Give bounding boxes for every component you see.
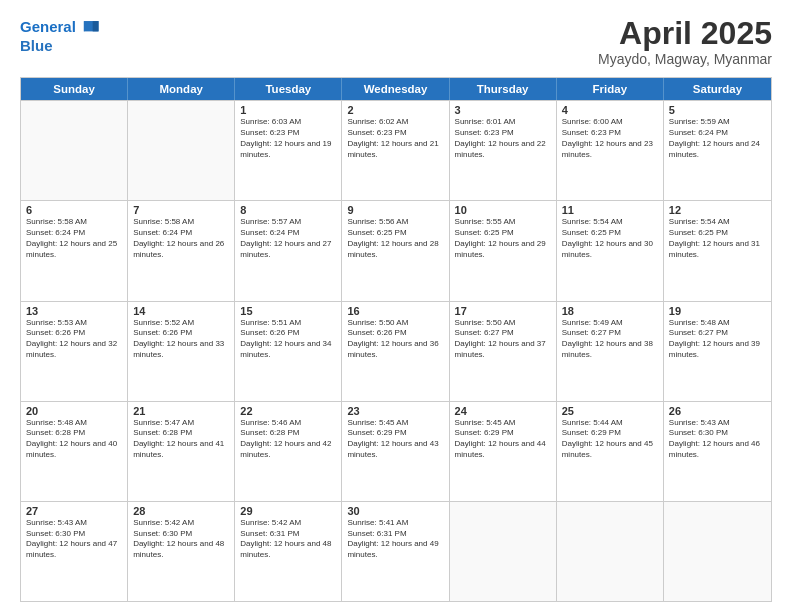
cell-detail: Sunrise: 5:56 AM Sunset: 6:25 PM Dayligh…: [347, 217, 443, 260]
cell-detail: Sunrise: 5:54 AM Sunset: 6:25 PM Dayligh…: [669, 217, 766, 260]
page: General Blue April 2025 Myaydo, Magway, …: [0, 0, 792, 612]
cell-detail: Sunrise: 5:59 AM Sunset: 6:24 PM Dayligh…: [669, 117, 766, 160]
cal-cell-2-4: 9Sunrise: 5:56 AM Sunset: 6:25 PM Daylig…: [342, 201, 449, 300]
title-block: April 2025 Myaydo, Magway, Myanmar: [598, 16, 772, 67]
weekday-friday: Friday: [557, 78, 664, 100]
cal-cell-4-7: 26Sunrise: 5:43 AM Sunset: 6:30 PM Dayli…: [664, 402, 771, 501]
day-number: 22: [240, 405, 336, 417]
weekday-wednesday: Wednesday: [342, 78, 449, 100]
day-number: 16: [347, 305, 443, 317]
cal-cell-5-5: [450, 502, 557, 601]
cal-cell-2-7: 12Sunrise: 5:54 AM Sunset: 6:25 PM Dayli…: [664, 201, 771, 300]
logo-text2: Blue: [20, 38, 53, 55]
cell-detail: Sunrise: 5:46 AM Sunset: 6:28 PM Dayligh…: [240, 418, 336, 461]
day-number: 29: [240, 505, 336, 517]
cell-detail: Sunrise: 5:57 AM Sunset: 6:24 PM Dayligh…: [240, 217, 336, 260]
day-number: 6: [26, 204, 122, 216]
cell-detail: Sunrise: 5:43 AM Sunset: 6:30 PM Dayligh…: [26, 518, 122, 561]
cal-cell-3-4: 16Sunrise: 5:50 AM Sunset: 6:26 PM Dayli…: [342, 302, 449, 401]
day-number: 18: [562, 305, 658, 317]
cal-row-3: 13Sunrise: 5:53 AM Sunset: 6:26 PM Dayli…: [21, 301, 771, 401]
day-number: 8: [240, 204, 336, 216]
cal-row-1: 1Sunrise: 6:03 AM Sunset: 6:23 PM Daylig…: [21, 100, 771, 200]
cal-cell-3-1: 13Sunrise: 5:53 AM Sunset: 6:26 PM Dayli…: [21, 302, 128, 401]
day-number: 15: [240, 305, 336, 317]
cal-cell-3-6: 18Sunrise: 5:49 AM Sunset: 6:27 PM Dayli…: [557, 302, 664, 401]
day-number: 2: [347, 104, 443, 116]
cell-detail: Sunrise: 6:01 AM Sunset: 6:23 PM Dayligh…: [455, 117, 551, 160]
day-number: 23: [347, 405, 443, 417]
cell-detail: Sunrise: 5:55 AM Sunset: 6:25 PM Dayligh…: [455, 217, 551, 260]
cal-cell-1-3: 1Sunrise: 6:03 AM Sunset: 6:23 PM Daylig…: [235, 101, 342, 200]
cal-cell-2-2: 7Sunrise: 5:58 AM Sunset: 6:24 PM Daylig…: [128, 201, 235, 300]
day-number: 24: [455, 405, 551, 417]
cal-cell-4-6: 25Sunrise: 5:44 AM Sunset: 6:29 PM Dayli…: [557, 402, 664, 501]
day-number: 28: [133, 505, 229, 517]
cal-cell-5-7: [664, 502, 771, 601]
cell-detail: Sunrise: 5:44 AM Sunset: 6:29 PM Dayligh…: [562, 418, 658, 461]
cal-cell-5-2: 28Sunrise: 5:42 AM Sunset: 6:30 PM Dayli…: [128, 502, 235, 601]
day-number: 1: [240, 104, 336, 116]
cell-detail: Sunrise: 5:51 AM Sunset: 6:26 PM Dayligh…: [240, 318, 336, 361]
cal-cell-5-6: [557, 502, 664, 601]
day-number: 5: [669, 104, 766, 116]
cal-cell-2-5: 10Sunrise: 5:55 AM Sunset: 6:25 PM Dayli…: [450, 201, 557, 300]
cal-cell-4-2: 21Sunrise: 5:47 AM Sunset: 6:28 PM Dayli…: [128, 402, 235, 501]
day-number: 7: [133, 204, 229, 216]
cell-detail: Sunrise: 5:50 AM Sunset: 6:26 PM Dayligh…: [347, 318, 443, 361]
cal-cell-2-6: 11Sunrise: 5:54 AM Sunset: 6:25 PM Dayli…: [557, 201, 664, 300]
cell-detail: Sunrise: 5:48 AM Sunset: 6:27 PM Dayligh…: [669, 318, 766, 361]
cal-cell-2-3: 8Sunrise: 5:57 AM Sunset: 6:24 PM Daylig…: [235, 201, 342, 300]
cal-cell-1-2: [128, 101, 235, 200]
cal-cell-3-2: 14Sunrise: 5:52 AM Sunset: 6:26 PM Dayli…: [128, 302, 235, 401]
day-number: 21: [133, 405, 229, 417]
cal-cell-4-1: 20Sunrise: 5:48 AM Sunset: 6:28 PM Dayli…: [21, 402, 128, 501]
cell-detail: Sunrise: 5:54 AM Sunset: 6:25 PM Dayligh…: [562, 217, 658, 260]
cell-detail: Sunrise: 5:58 AM Sunset: 6:24 PM Dayligh…: [133, 217, 229, 260]
weekday-saturday: Saturday: [664, 78, 771, 100]
cell-detail: Sunrise: 5:49 AM Sunset: 6:27 PM Dayligh…: [562, 318, 658, 361]
cell-detail: Sunrise: 5:42 AM Sunset: 6:30 PM Dayligh…: [133, 518, 229, 561]
cal-cell-5-4: 30Sunrise: 5:41 AM Sunset: 6:31 PM Dayli…: [342, 502, 449, 601]
svg-marker-2: [93, 21, 99, 31]
cal-cell-2-1: 6Sunrise: 5:58 AM Sunset: 6:24 PM Daylig…: [21, 201, 128, 300]
cell-detail: Sunrise: 6:03 AM Sunset: 6:23 PM Dayligh…: [240, 117, 336, 160]
cal-cell-5-1: 27Sunrise: 5:43 AM Sunset: 6:30 PM Dayli…: [21, 502, 128, 601]
cal-cell-1-1: [21, 101, 128, 200]
cell-detail: Sunrise: 5:45 AM Sunset: 6:29 PM Dayligh…: [347, 418, 443, 461]
day-number: 17: [455, 305, 551, 317]
day-number: 14: [133, 305, 229, 317]
month-year: April 2025: [598, 16, 772, 51]
cal-cell-1-7: 5Sunrise: 5:59 AM Sunset: 6:24 PM Daylig…: [664, 101, 771, 200]
day-number: 30: [347, 505, 443, 517]
weekday-thursday: Thursday: [450, 78, 557, 100]
cal-row-5: 27Sunrise: 5:43 AM Sunset: 6:30 PM Dayli…: [21, 501, 771, 601]
day-number: 13: [26, 305, 122, 317]
location: Myaydo, Magway, Myanmar: [598, 51, 772, 67]
cal-row-2: 6Sunrise: 5:58 AM Sunset: 6:24 PM Daylig…: [21, 200, 771, 300]
cal-cell-3-5: 17Sunrise: 5:50 AM Sunset: 6:27 PM Dayli…: [450, 302, 557, 401]
day-number: 3: [455, 104, 551, 116]
day-number: 27: [26, 505, 122, 517]
cal-cell-4-4: 23Sunrise: 5:45 AM Sunset: 6:29 PM Dayli…: [342, 402, 449, 501]
day-number: 11: [562, 204, 658, 216]
logo-icon: [78, 16, 100, 38]
cal-cell-3-7: 19Sunrise: 5:48 AM Sunset: 6:27 PM Dayli…: [664, 302, 771, 401]
calendar-body: 1Sunrise: 6:03 AM Sunset: 6:23 PM Daylig…: [21, 100, 771, 601]
cell-detail: Sunrise: 5:52 AM Sunset: 6:26 PM Dayligh…: [133, 318, 229, 361]
cell-detail: Sunrise: 5:45 AM Sunset: 6:29 PM Dayligh…: [455, 418, 551, 461]
logo: General Blue: [20, 16, 100, 55]
weekday-monday: Monday: [128, 78, 235, 100]
cell-detail: Sunrise: 5:42 AM Sunset: 6:31 PM Dayligh…: [240, 518, 336, 561]
cell-detail: Sunrise: 5:50 AM Sunset: 6:27 PM Dayligh…: [455, 318, 551, 361]
cell-detail: Sunrise: 5:53 AM Sunset: 6:26 PM Dayligh…: [26, 318, 122, 361]
cal-cell-1-5: 3Sunrise: 6:01 AM Sunset: 6:23 PM Daylig…: [450, 101, 557, 200]
calendar: Sunday Monday Tuesday Wednesday Thursday…: [20, 77, 772, 602]
day-number: 9: [347, 204, 443, 216]
cal-row-4: 20Sunrise: 5:48 AM Sunset: 6:28 PM Dayli…: [21, 401, 771, 501]
calendar-header: Sunday Monday Tuesday Wednesday Thursday…: [21, 78, 771, 100]
cal-cell-4-3: 22Sunrise: 5:46 AM Sunset: 6:28 PM Dayli…: [235, 402, 342, 501]
day-number: 26: [669, 405, 766, 417]
cal-cell-4-5: 24Sunrise: 5:45 AM Sunset: 6:29 PM Dayli…: [450, 402, 557, 501]
cal-cell-1-4: 2Sunrise: 6:02 AM Sunset: 6:23 PM Daylig…: [342, 101, 449, 200]
